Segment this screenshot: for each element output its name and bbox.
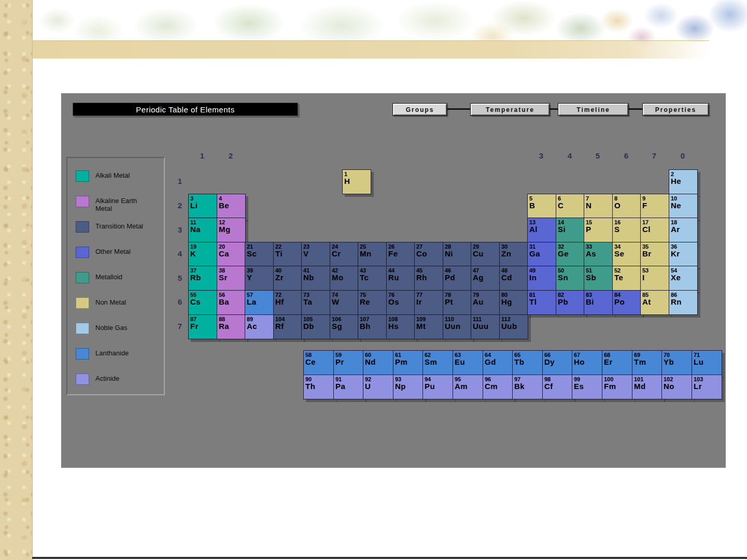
element-cell-P[interactable]: 15P — [584, 218, 613, 242]
element-cell-Md[interactable]: 101Md — [632, 375, 663, 399]
element-cell-Ir[interactable]: 77Ir — [414, 290, 443, 315]
element-cell-Cl[interactable]: 17Cl — [640, 218, 669, 242]
element-cell-Cu[interactable]: 29Cu — [471, 242, 500, 267]
element-cell-Kr[interactable]: 36Kr — [669, 242, 698, 267]
element-cell-Sc[interactable]: 21Sc — [245, 242, 274, 267]
element-cell-Ta[interactable]: 73Ta — [301, 290, 330, 315]
element-cell-Hf[interactable]: 72Hf — [273, 290, 302, 315]
element-cell-B[interactable]: 5B — [527, 194, 556, 219]
element-cell-C[interactable]: 6C — [556, 194, 585, 219]
element-cell-Uuu[interactable]: 111Uuu — [471, 314, 500, 339]
element-cell-Uun[interactable]: 110Uun — [443, 314, 472, 339]
element-cell-Ra[interactable]: 88Ra — [217, 314, 246, 339]
element-cell-Be[interactable]: 4Be — [217, 194, 246, 219]
element-cell-Tc[interactable]: 43Tc — [358, 266, 387, 291]
element-cell-V[interactable]: 23V — [301, 242, 330, 267]
element-cell-Pm[interactable]: 61Pm — [393, 350, 424, 375]
element-cell-As[interactable]: 33As — [584, 242, 613, 267]
element-cell-Ag[interactable]: 47Ag — [471, 266, 500, 291]
element-cell-Eu[interactable]: 63Eu — [453, 350, 483, 375]
element-cell-Es[interactable]: 99Es — [572, 375, 602, 399]
element-cell-Nb[interactable]: 41Nb — [301, 266, 330, 291]
element-cell-Th[interactable]: 90Th — [303, 375, 334, 399]
element-cell-Li[interactable]: 3Li — [188, 194, 217, 219]
element-cell-Dy[interactable]: 66Dy — [542, 350, 573, 375]
element-cell-Pu[interactable]: 94Pu — [422, 375, 453, 399]
element-cell-Yb[interactable]: 70Yb — [661, 350, 692, 375]
element-cell-Mt[interactable]: 109Mt — [414, 314, 443, 339]
element-cell-Au[interactable]: 79Au — [471, 290, 500, 315]
element-cell-Zn[interactable]: 30Zn — [499, 242, 528, 267]
element-cell-Fm[interactable]: 100Fm — [602, 375, 632, 399]
element-cell-Cm[interactable]: 96Cm — [483, 375, 513, 399]
element-cell-Al[interactable]: 13Al — [527, 218, 556, 242]
element-cell-Np[interactable]: 93Np — [393, 375, 424, 399]
element-cell-N[interactable]: 7N — [584, 194, 613, 219]
element-cell-Ho[interactable]: 67Ho — [572, 350, 602, 375]
element-cell-Nd[interactable]: 60Nd — [363, 350, 393, 375]
element-cell-Tm[interactable]: 69Tm — [632, 350, 663, 375]
element-cell-Ne[interactable]: 10Ne — [669, 194, 698, 219]
element-cell-Hs[interactable]: 108Hs — [386, 314, 415, 339]
element-cell-Br[interactable]: 35Br — [640, 242, 669, 267]
element-cell-Zr[interactable]: 40Zr — [273, 266, 302, 291]
element-cell-Am[interactable]: 95Am — [453, 375, 483, 399]
element-cell-Fr[interactable]: 87Fr — [188, 314, 217, 339]
element-cell-U[interactable]: 92U — [363, 375, 393, 399]
element-cell-In[interactable]: 49In — [527, 266, 556, 291]
element-cell-No[interactable]: 102No — [661, 375, 692, 399]
element-cell-Y[interactable]: 39Y — [245, 266, 274, 291]
element-cell-Mo[interactable]: 42Mo — [330, 266, 359, 291]
element-cell-Re[interactable]: 75Re — [358, 290, 387, 315]
element-cell-Pd[interactable]: 46Pd — [443, 266, 472, 291]
element-cell-Te[interactable]: 52Te — [612, 266, 641, 291]
element-cell-Fe[interactable]: 26Fe — [386, 242, 415, 267]
element-cell-Po[interactable]: 84Po — [612, 290, 641, 315]
element-cell-Pa[interactable]: 91Pa — [333, 375, 364, 399]
element-cell-Rf[interactable]: 104Rf — [273, 314, 302, 339]
element-cell-Co[interactable]: 27Co — [414, 242, 443, 267]
element-cell-Cr[interactable]: 24Cr — [330, 242, 359, 267]
element-cell-Xe[interactable]: 54Xe — [669, 266, 698, 291]
element-cell-Se[interactable]: 34Se — [612, 242, 641, 267]
element-cell-Lr[interactable]: 103Lr — [692, 375, 722, 399]
element-cell-Sm[interactable]: 62Sm — [422, 350, 453, 375]
element-cell-Cd[interactable]: 48Cd — [499, 266, 528, 291]
element-cell-H[interactable]: 1H — [342, 169, 371, 194]
element-cell-Ca[interactable]: 20Ca — [217, 242, 246, 267]
element-cell-Ge[interactable]: 32Ge — [556, 242, 585, 267]
element-cell-Ni[interactable]: 28Ni — [443, 242, 472, 267]
element-cell-Sg[interactable]: 106Sg — [330, 314, 359, 339]
element-cell-Pb[interactable]: 82Pb — [556, 290, 585, 315]
element-cell-Pt[interactable]: 78Pt — [443, 290, 472, 315]
element-cell-Pr[interactable]: 59Pr — [333, 350, 364, 375]
element-cell-Cf[interactable]: 98Cf — [542, 375, 573, 399]
element-cell-Sr[interactable]: 38Sr — [217, 266, 246, 291]
element-cell-Bh[interactable]: 107Bh — [358, 314, 387, 339]
element-cell-Ru[interactable]: 44Ru — [386, 266, 415, 291]
element-cell-Hg[interactable]: 80Hg — [499, 290, 528, 315]
element-cell-Db[interactable]: 105Db — [301, 314, 330, 339]
element-cell-Tb[interactable]: 65Tb — [512, 350, 543, 375]
element-cell-S[interactable]: 16S — [612, 218, 641, 242]
element-cell-Sn[interactable]: 50Sn — [556, 266, 585, 291]
element-cell-O[interactable]: 8O — [612, 194, 641, 219]
element-cell-Cs[interactable]: 55Cs — [188, 290, 217, 315]
element-cell-Sb[interactable]: 51Sb — [584, 266, 613, 291]
element-cell-Rh[interactable]: 45Rh — [414, 266, 443, 291]
element-cell-Mn[interactable]: 25Mn — [358, 242, 387, 267]
element-cell-Ti[interactable]: 22Ti — [273, 242, 302, 267]
element-cell-Si[interactable]: 14Si — [556, 218, 585, 242]
element-cell-Rn[interactable]: 86Rn — [669, 290, 698, 315]
element-cell-Rb[interactable]: 37Rb — [188, 266, 217, 291]
element-cell-Ga[interactable]: 31Ga — [527, 242, 556, 267]
element-cell-Uub[interactable]: 112Uub — [499, 314, 528, 339]
element-cell-Na[interactable]: 11Na — [188, 218, 217, 242]
element-cell-Os[interactable]: 76Os — [386, 290, 415, 315]
element-cell-Ba[interactable]: 56Ba — [217, 290, 246, 315]
element-cell-Lu[interactable]: 71Lu — [692, 350, 722, 375]
element-cell-Ar[interactable]: 18Ar — [669, 218, 698, 242]
element-cell-Gd[interactable]: 64Gd — [483, 350, 513, 375]
element-cell-K[interactable]: 19K — [188, 242, 217, 267]
element-cell-Ce[interactable]: 58Ce — [303, 350, 334, 375]
